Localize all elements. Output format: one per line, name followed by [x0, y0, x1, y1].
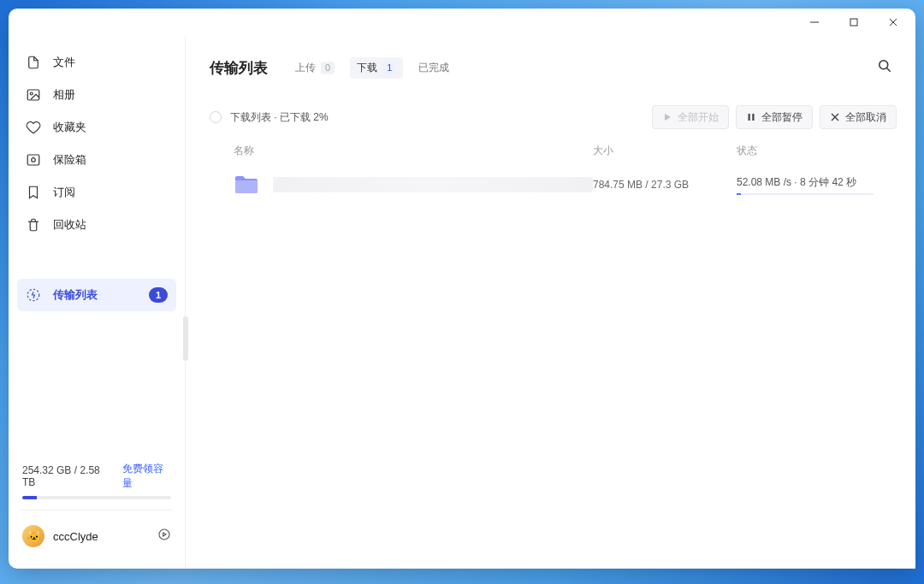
image-icon	[26, 87, 41, 103]
transfer-progress-bar	[737, 193, 874, 195]
heart-icon	[26, 120, 41, 135]
tab-upload[interactable]: 上传 0	[288, 57, 341, 79]
safe-icon	[26, 152, 41, 168]
sidebar-item-trash[interactable]: 回收站	[17, 209, 176, 241]
play-icon	[662, 112, 672, 122]
storage-text: 254.32 GB / 2.58 TB	[22, 464, 112, 488]
sidebar-item-safe[interactable]: 保险箱	[17, 144, 176, 176]
start-all-button[interactable]: 全部开始	[652, 105, 729, 129]
lightning-icon	[26, 287, 41, 303]
transfer-count-badge: 1	[149, 287, 168, 303]
tab-label: 下载	[357, 61, 377, 75]
svg-point-10	[159, 529, 169, 540]
sidebar-item-photos[interactable]: 相册	[17, 79, 176, 111]
window-maximize-button[interactable]	[835, 10, 873, 34]
svg-rect-14	[752, 114, 754, 121]
svg-point-11	[880, 61, 888, 69]
button-label: 全部暂停	[761, 110, 803, 125]
transfer-filename-redacted	[273, 177, 593, 192]
svg-rect-13	[749, 114, 750, 121]
transfer-size: 784.75 MB / 27.3 GB	[593, 179, 737, 191]
svg-point-7	[32, 158, 36, 162]
col-header-name: 名称	[234, 144, 593, 158]
tab-done[interactable]: 已完成	[412, 57, 456, 79]
bookmark-icon	[26, 185, 41, 200]
storage-meter: 254.32 GB / 2.58 TB 免费领容量	[9, 455, 185, 510]
sidebar: 文件 相册 收藏夹 保险箱 订阅	[9, 36, 185, 569]
col-header-state: 状态	[737, 144, 897, 158]
table-header: 名称 大小 状态	[210, 132, 897, 167]
sidebar-item-label: 订阅	[53, 185, 75, 200]
cancel-all-button[interactable]: 全部取消	[820, 105, 897, 129]
svg-rect-1	[850, 19, 857, 26]
svg-point-5	[30, 92, 33, 95]
sidebar-item-label: 回收站	[53, 217, 86, 233]
app-window: 文件 相册 收藏夹 保险箱 订阅	[9, 9, 915, 569]
sidebar-item-label: 保险箱	[53, 152, 86, 168]
sidebar-resize-handle[interactable]	[183, 316, 188, 361]
tab-label: 上传	[295, 61, 316, 75]
search-icon[interactable]	[873, 54, 897, 81]
pause-icon	[746, 112, 756, 122]
account-name: cccClyde	[53, 530, 98, 543]
tab-download[interactable]: 下载 1	[350, 57, 403, 79]
sidebar-item-label: 相册	[53, 87, 75, 103]
svg-line-12	[887, 68, 891, 72]
sidebar-item-favorites[interactable]: 收藏夹	[17, 111, 176, 144]
avatar: 🐱	[22, 525, 44, 547]
svg-rect-4	[27, 90, 39, 100]
sidebar-item-subscribe[interactable]: 订阅	[17, 176, 176, 209]
tabbar: 上传 0 下载 1 已完成	[288, 57, 456, 79]
col-header-size: 大小	[593, 144, 737, 158]
account-area[interactable]: 🐱 cccClyde	[9, 510, 185, 562]
sidebar-item-label: 收藏夹	[53, 120, 86, 135]
trash-icon	[26, 217, 41, 233]
sidebar-item-label: 文件	[53, 55, 75, 70]
progress-ring-icon	[210, 111, 222, 123]
window-titlebar	[9, 9, 915, 36]
download-status-text: 下载列表 · 已下载 2%	[230, 110, 329, 125]
tab-upload-count: 0	[321, 62, 335, 74]
sidebar-item-transfer[interactable]: 传输列表 1	[17, 279, 176, 311]
window-minimize-button[interactable]	[796, 10, 833, 34]
button-label: 全部取消	[845, 110, 886, 125]
sidebar-item-files[interactable]: 文件	[17, 46, 176, 79]
tab-label: 已完成	[418, 61, 449, 75]
file-icon	[26, 55, 41, 70]
sidebar-item-label: 传输列表	[53, 287, 98, 303]
storage-free-link[interactable]: 免费领容量	[122, 462, 171, 491]
button-label: 全部开始	[678, 110, 719, 125]
main-panel: 传输列表 上传 0 下载 1 已完成	[185, 36, 915, 569]
close-icon	[830, 112, 840, 122]
page-title: 传输列表	[210, 58, 268, 78]
storage-bar	[22, 496, 171, 499]
settings-icon[interactable]	[157, 528, 171, 545]
tab-download-count: 1	[382, 62, 396, 74]
svg-rect-6	[27, 155, 39, 165]
transfer-speed-eta: 52.08 MB /s · 8 分钟 42 秒	[737, 175, 897, 190]
pause-all-button[interactable]: 全部暂停	[736, 105, 813, 129]
transfer-row[interactable]: 784.75 MB / 27.3 GB 52.08 MB /s · 8 分钟 4…	[210, 167, 897, 203]
window-close-button[interactable]	[874, 10, 912, 34]
transfer-state: 52.08 MB /s · 8 分钟 42 秒	[737, 175, 897, 195]
folder-icon	[234, 174, 259, 196]
